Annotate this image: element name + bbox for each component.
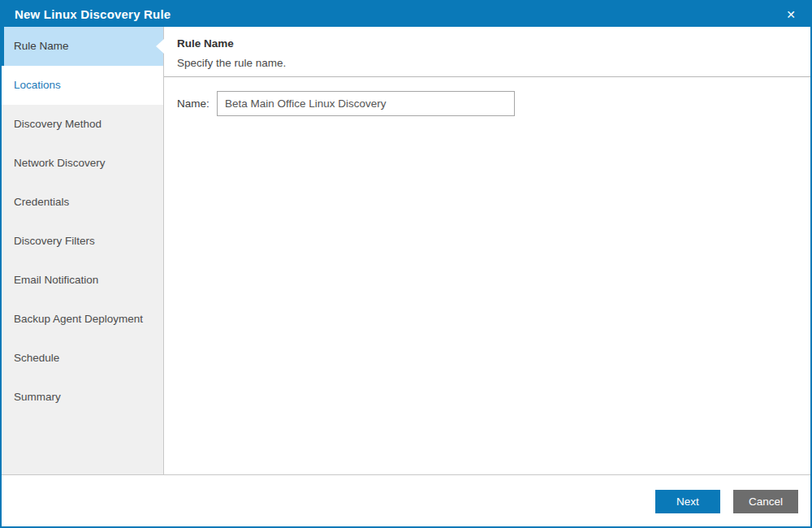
- wizard-step-label: Rule Name: [14, 40, 69, 52]
- sidebar-item-email-notification[interactable]: Email Notification: [2, 261, 163, 300]
- wizard-step-label: Credentials: [14, 196, 69, 208]
- sidebar-item-locations[interactable]: Locations: [2, 66, 163, 105]
- name-field-row: Name:: [177, 91, 810, 116]
- sidebar-item-network-discovery[interactable]: Network Discovery: [2, 144, 163, 183]
- title-bar: New Linux Discovery Rule ✕: [2, 2, 810, 27]
- wizard-steps: Rule Name Locations Discovery Method Net…: [2, 27, 163, 474]
- sidebar-item-backup-agent-deployment[interactable]: Backup Agent Deployment: [2, 300, 163, 339]
- dialog-title: New Linux Discovery Rule: [15, 7, 171, 21]
- new-linux-discovery-rule-dialog: New Linux Discovery Rule ✕ Rule Name Loc…: [0, 0, 812, 528]
- cancel-button[interactable]: Cancel: [733, 490, 798, 513]
- wizard-step-label: Summary: [14, 391, 61, 403]
- main-panel: Rule Name Specify the rule name. Name:: [164, 27, 810, 474]
- sidebar-item-discovery-method[interactable]: Discovery Method: [2, 105, 163, 144]
- sidebar-item-discovery-filters[interactable]: Discovery Filters: [2, 222, 163, 261]
- wizard-step-label: Discovery Filters: [14, 235, 95, 247]
- selected-step-notch: [156, 39, 164, 54]
- wizard-step-label: Locations: [14, 79, 61, 91]
- wizard-step-label: Network Discovery: [14, 157, 106, 169]
- page-description: Specify the rule name.: [177, 57, 796, 69]
- sidebar-item-schedule[interactable]: Schedule: [2, 339, 163, 378]
- sidebar-item-rule-name[interactable]: Rule Name: [2, 27, 163, 66]
- sidebar-item-credentials[interactable]: Credentials: [2, 183, 163, 222]
- sidebar-item-summary[interactable]: Summary: [2, 378, 163, 417]
- wizard-step-label: Backup Agent Deployment: [14, 313, 143, 325]
- wizard-step-label: Discovery Method: [14, 118, 102, 130]
- close-icon[interactable]: ✕: [784, 7, 798, 22]
- step-header: Rule Name Specify the rule name.: [164, 27, 810, 77]
- rule-name-input[interactable]: [217, 91, 515, 116]
- footer-bar: Next Cancel: [2, 475, 810, 526]
- wizard-step-label: Email Notification: [14, 274, 98, 286]
- name-field-label: Name:: [177, 97, 217, 110]
- page-title: Rule Name: [177, 37, 796, 50]
- wizard-step-label: Schedule: [14, 352, 59, 364]
- next-button[interactable]: Next: [655, 490, 720, 513]
